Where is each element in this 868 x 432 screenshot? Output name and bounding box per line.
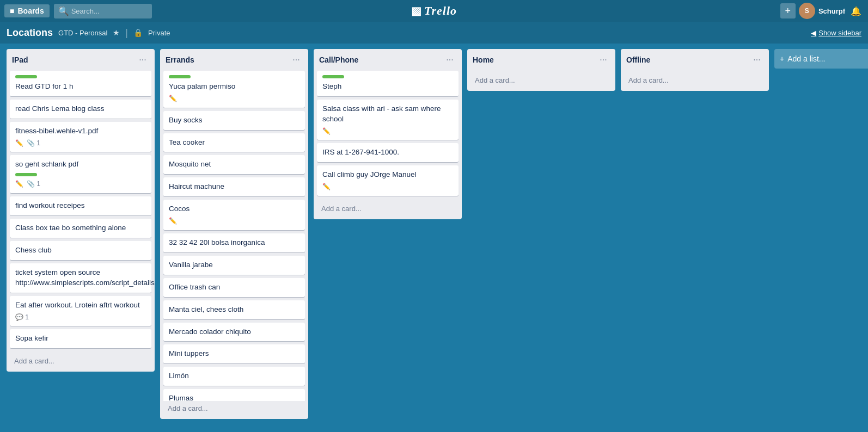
add-card-button-errands[interactable]: Add a card... (163, 401, 305, 416)
edit-icon: ✏️ (15, 139, 23, 148)
add-list-button[interactable]: + Add a list... (774, 49, 868, 69)
card[interactable]: Chess club (10, 241, 151, 260)
show-sidebar-button[interactable]: ◀ Show sidebar (811, 29, 861, 37)
boards-label: Boards (17, 7, 44, 15)
add-card-button-callphone[interactable]: Add a card... (317, 201, 459, 216)
boards-button[interactable]: ■ Boards (4, 4, 50, 17)
list-errands: Errands···Yuca palam permiso✏️Buy socksT… (160, 49, 308, 419)
list-title-ipad: IPad (12, 55, 28, 64)
notification-button[interactable]: 🔔 (848, 3, 864, 18)
card-text: Office trash can (169, 282, 299, 293)
list-menu-button-ipad[interactable]: ··· (136, 53, 149, 66)
card[interactable]: Haircut machune (163, 177, 305, 196)
trello-logo: ▩ Trello (411, 4, 457, 18)
list-menu-button-offline[interactable]: ··· (750, 53, 763, 66)
add-card-button-ipad[interactable]: Add a card... (10, 354, 151, 368)
card-label-bar (169, 75, 191, 78)
card-text: Call climb guy JOrge Manuel (322, 170, 453, 180)
board-title[interactable]: Locations (7, 27, 53, 39)
edit-icon: ✏️ (15, 180, 23, 189)
card[interactable]: Salsa class with ari - ask sam where sch… (317, 100, 459, 140)
list-menu-button-callphone[interactable]: ··· (443, 53, 456, 66)
list-ipad: IPad···Read GTD for 1 hread Chris Lema b… (7, 49, 155, 372)
search-bar: 🔍 (54, 4, 152, 18)
card[interactable]: Limón (163, 367, 305, 386)
trello-logo-text: Trello (424, 4, 457, 18)
workspace-label[interactable]: GTD - Peronsal (58, 29, 107, 37)
card-text: fitness-bibel.wehle-v1.pdf (15, 126, 146, 137)
card[interactable]: Call climb guy JOrge Manuel✏️ (317, 165, 459, 196)
card-text: Steph (322, 82, 453, 92)
card-text: Sopa kefir (15, 334, 146, 344)
list-menu-button-home[interactable]: ··· (597, 53, 610, 66)
add-card-button-offline[interactable]: Add a card... (624, 73, 766, 88)
trello-logo-icon: ▩ (411, 4, 422, 17)
username-label[interactable]: Schurpf (818, 7, 845, 15)
card-text: Eat after workout. Lrotein aftrt workout (15, 300, 146, 311)
card-text: Salsa class with ari - ask sam where sch… (322, 104, 453, 125)
add-card-button-home[interactable]: Add a card... (470, 73, 612, 88)
list-header-ipad: IPad··· (7, 49, 155, 71)
list-header-errands: Errands··· (160, 49, 308, 71)
card[interactable]: Sopa kefir (10, 329, 151, 348)
card[interactable]: Read GTD for 1 h (10, 71, 151, 96)
top-navigation: ■ Boards 🔍 ▩ Trello + S Schurpf 🔔 (0, 0, 868, 22)
card[interactable]: 32 32 42 20l bolsa inorganica (163, 233, 305, 252)
card-text: Class box tae bo something alone (15, 223, 146, 233)
list-header-callphone: Call/Phone··· (314, 49, 462, 71)
right-navigation: + S Schurpf 🔔 (780, 3, 864, 19)
card[interactable]: IRS at 1-267-941-1000. (317, 143, 459, 162)
card[interactable]: Mosquito net (163, 155, 305, 174)
card[interactable]: Buy socks (163, 111, 305, 130)
avatar[interactable]: S (799, 3, 815, 19)
card[interactable]: Manta ciel, chees cloth (163, 300, 305, 319)
list-title-home: Home (473, 55, 494, 64)
board-content: IPad···Read GTD for 1 hread Chris Lema b… (0, 44, 868, 432)
list-menu-button-errands[interactable]: ··· (290, 53, 303, 66)
list-title-errands: Errands (166, 55, 194, 64)
add-button[interactable]: + (780, 3, 796, 18)
card-text: Read GTD for 1 h (15, 82, 146, 92)
card-text: find workout receipes (15, 201, 146, 211)
card[interactable]: ticket system open source http://www.sim… (10, 263, 151, 293)
card-text: Mercado colador chiquito (169, 327, 299, 337)
card[interactable]: Tea cooker (163, 133, 305, 152)
card[interactable]: fitness-bibel.wehle-v1.pdf✏️📎 1 (10, 122, 151, 152)
card-text: Chess club (15, 245, 146, 256)
card[interactable]: find workout receipes (10, 196, 151, 215)
list-offline: Offline···Add a card... (621, 49, 769, 91)
card-icons: ✏️ (169, 94, 299, 103)
edit-icon: ✏️ (322, 182, 331, 192)
card[interactable]: Cocos✏️ (163, 200, 305, 230)
card[interactable]: so geht schlank pdf✏️📎 1 (10, 155, 151, 193)
search-input[interactable] (71, 7, 148, 15)
comment-icon: 💬 1 (15, 313, 29, 322)
card-text: Plumas (169, 393, 299, 401)
board-header: Locations GTD - Peronsal ★ | 🔒 Private ◀… (0, 22, 868, 44)
card[interactable]: Steph (317, 71, 459, 96)
card[interactable]: read Chris Lema blog class (10, 100, 151, 119)
card[interactable]: Vanilla jarabe (163, 256, 305, 275)
card-icons: 💬 1 (15, 313, 146, 322)
card[interactable]: Yuca palam permiso✏️ (163, 71, 305, 108)
list-callphone: Call/Phone···StephSalsa class with ari -… (314, 49, 462, 219)
edit-icon: ✏️ (322, 127, 331, 136)
attachment-icon: 📎 1 (27, 180, 40, 189)
card[interactable]: Mini tuppers (163, 344, 305, 363)
card-text: Mosquito net (169, 159, 299, 170)
card[interactable]: Plumas (163, 389, 305, 401)
star-icon[interactable]: ★ (113, 28, 120, 37)
card-text: 32 32 42 20l bolsa inorganica (169, 238, 299, 248)
list-header-home: Home··· (467, 49, 615, 71)
list-cards-ipad: Read GTD for 1 hread Chris Lema blog cla… (7, 71, 155, 354)
card-icons: ✏️ (169, 217, 299, 226)
card[interactable]: Office trash can (163, 278, 305, 297)
card[interactable]: Mercado colador chiquito (163, 323, 305, 342)
card[interactable]: Eat after workout. Lrotein aftrt workout… (10, 296, 151, 326)
list-title-callphone: Call/Phone (319, 55, 358, 64)
attachment-icon: 📎 1 (27, 139, 40, 148)
board-grid-icon: ■ (10, 7, 14, 15)
card[interactable]: Class box tae bo something alone (10, 219, 151, 238)
list-cards-errands: Yuca palam permiso✏️Buy socksTea cookerM… (160, 71, 308, 401)
card-icons: ✏️ (322, 127, 453, 136)
